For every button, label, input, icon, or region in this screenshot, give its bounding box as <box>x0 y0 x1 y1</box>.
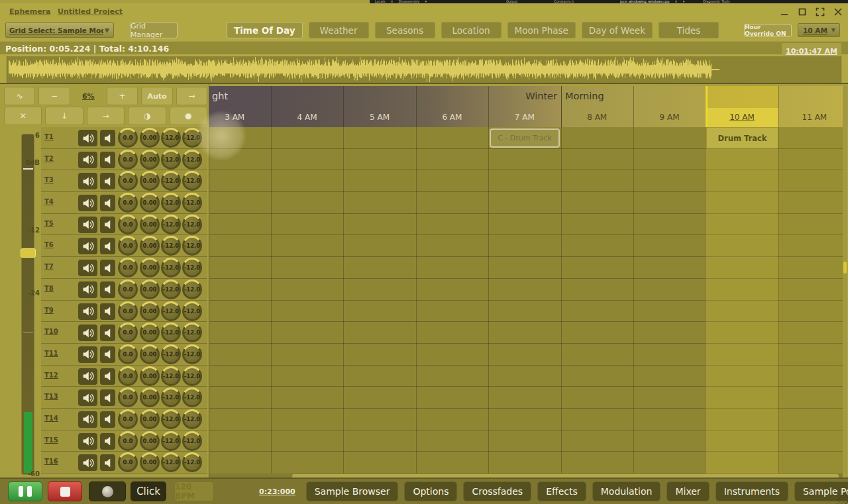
grid-row[interactable] <box>209 279 843 301</box>
zoom-out-button[interactable]: − <box>38 87 70 105</box>
grid-manager-button[interactable]: Grid Manager <box>130 22 178 38</box>
tab-tides[interactable]: Tides <box>659 22 719 38</box>
panel-button-mixer[interactable]: Mixer <box>666 481 709 501</box>
speaker-on-button[interactable] <box>78 195 97 211</box>
panel-button-sample-browser[interactable]: Sample Browser <box>306 481 399 501</box>
speaker-on-button[interactable] <box>78 217 97 233</box>
track-label[interactable]: T5 <box>44 220 54 227</box>
grid-row[interactable] <box>209 170 843 192</box>
speaker-mute-button[interactable] <box>100 130 115 146</box>
speaker-on-button[interactable] <box>78 260 97 276</box>
close-button[interactable] <box>832 6 844 18</box>
track-label[interactable]: T15 <box>44 436 58 444</box>
knob-4[interactable]: -12.0 <box>182 452 202 472</box>
knob-2[interactable]: 0.00 <box>140 258 160 277</box>
project-name-link[interactable]: Untitled Project <box>58 7 123 16</box>
speaker-on-button[interactable] <box>78 303 97 320</box>
speaker-on-button[interactable] <box>78 368 97 385</box>
knob-4[interactable]: -12.0 <box>182 431 202 451</box>
tab-weather[interactable]: Weather <box>309 22 369 38</box>
knob-3[interactable]: -12.0 <box>161 323 181 342</box>
speaker-on-button[interactable] <box>78 281 97 298</box>
grid-row[interactable] <box>209 192 843 214</box>
speaker-mute-button[interactable] <box>100 238 115 254</box>
speaker-on-button[interactable] <box>78 130 97 146</box>
speaker-on-button[interactable] <box>78 238 97 254</box>
track-label[interactable]: T2 <box>44 155 54 162</box>
zoom-in-button[interactable]: + <box>107 87 138 105</box>
record-button[interactable] <box>89 481 126 501</box>
clock-box[interactable]: 10:01:47 AM <box>782 43 841 57</box>
speaker-on-button[interactable] <box>78 346 97 363</box>
track-label[interactable]: T9 <box>44 307 54 314</box>
knob-4[interactable]: -12.0 <box>182 301 202 321</box>
knob-2[interactable]: 0.00 <box>140 128 160 148</box>
knob-3[interactable]: -12.0 <box>161 431 181 451</box>
meter-thumb[interactable] <box>21 248 36 258</box>
knob-4[interactable]: -12.0 <box>182 344 202 364</box>
grid-row[interactable] <box>209 257 843 279</box>
vertical-scrollbar-thumb[interactable] <box>843 262 847 274</box>
track-label[interactable]: T11 <box>44 350 58 357</box>
track-label[interactable]: T7 <box>44 263 54 270</box>
speaker-mute-button[interactable] <box>100 433 115 450</box>
circle-half-button[interactable]: ◑ <box>128 107 166 125</box>
stop-button[interactable] <box>48 481 82 501</box>
grid-row[interactable] <box>209 452 843 474</box>
circle-filled-button[interactable]: ● <box>170 107 207 125</box>
knob-1[interactable]: 0.0 <box>118 279 138 299</box>
panel-button-modulation[interactable]: Modulation <box>592 481 661 501</box>
panel-button-options[interactable]: Options <box>404 481 457 501</box>
track-label[interactable]: T13 <box>44 393 58 400</box>
speaker-mute-button[interactable] <box>100 152 115 168</box>
play-pause-button[interactable] <box>8 481 42 501</box>
speaker-mute-button[interactable] <box>100 368 115 385</box>
knob-4[interactable]: -12.0 <box>182 279 202 299</box>
speaker-on-button[interactable] <box>78 433 97 450</box>
speaker-mute-button[interactable] <box>100 195 115 211</box>
panel-button-effects[interactable]: Effects <box>537 481 586 501</box>
speaker-mute-button[interactable] <box>100 346 115 363</box>
grid-body[interactable] <box>209 127 843 474</box>
knob-2[interactable]: 0.00 <box>140 452 160 472</box>
speaker-mute-button[interactable] <box>100 173 115 189</box>
knob-3[interactable]: -12.0 <box>161 344 181 364</box>
panel-button-crossfades[interactable]: Crossfades <box>463 481 531 501</box>
grid-row[interactable] <box>209 214 843 236</box>
knob-1[interactable]: 0.0 <box>118 366 138 386</box>
click-metronome-button[interactable]: Click <box>131 481 166 501</box>
transport-time-readout[interactable]: 0:23:000 <box>259 487 295 496</box>
knob-2[interactable]: 0.00 <box>140 344 160 364</box>
speaker-on-button[interactable] <box>78 454 97 471</box>
scroll-right-button[interactable]: → <box>176 87 207 105</box>
knob-1[interactable]: 0.0 <box>118 193 138 213</box>
speaker-on-button[interactable] <box>78 152 97 168</box>
knob-2[interactable]: 0.00 <box>140 193 160 213</box>
tab-moon-phase[interactable]: Moon Phase <box>507 22 576 38</box>
track-label[interactable]: T16 <box>44 458 58 465</box>
knob-4[interactable]: -12.0 <box>182 128 202 148</box>
knob-1[interactable]: 0.0 <box>118 171 138 191</box>
zoom-value-label[interactable]: 6% <box>74 87 103 105</box>
knob-3[interactable]: -12.0 <box>161 258 181 277</box>
grid-row[interactable] <box>209 366 843 387</box>
tab-seasons[interactable]: Seasons <box>375 22 435 38</box>
knob-3[interactable]: -12.0 <box>161 128 181 148</box>
knob-4[interactable]: -12.0 <box>182 258 202 277</box>
knob-2[interactable]: 0.00 <box>140 366 160 386</box>
move-down-button[interactable]: ↓ <box>45 107 83 125</box>
knob-2[interactable]: 0.00 <box>140 150 160 170</box>
knob-3[interactable]: -12.0 <box>161 301 181 321</box>
knob-4[interactable]: -12.0 <box>182 387 202 407</box>
speaker-mute-button[interactable] <box>100 303 115 320</box>
knob-1[interactable]: 0.0 <box>118 452 138 472</box>
grid-row[interactable] <box>209 322 843 344</box>
knob-3[interactable]: -12.0 <box>161 215 181 234</box>
grid-row[interactable] <box>209 344 843 366</box>
speaker-on-button[interactable] <box>78 389 97 406</box>
track-label[interactable]: T4 <box>44 198 54 205</box>
drum-track-clip[interactable]: Drum Track <box>707 128 778 148</box>
knob-4[interactable]: -12.0 <box>182 150 202 170</box>
knob-3[interactable]: -12.0 <box>161 387 181 407</box>
knob-2[interactable]: 0.00 <box>140 323 160 342</box>
